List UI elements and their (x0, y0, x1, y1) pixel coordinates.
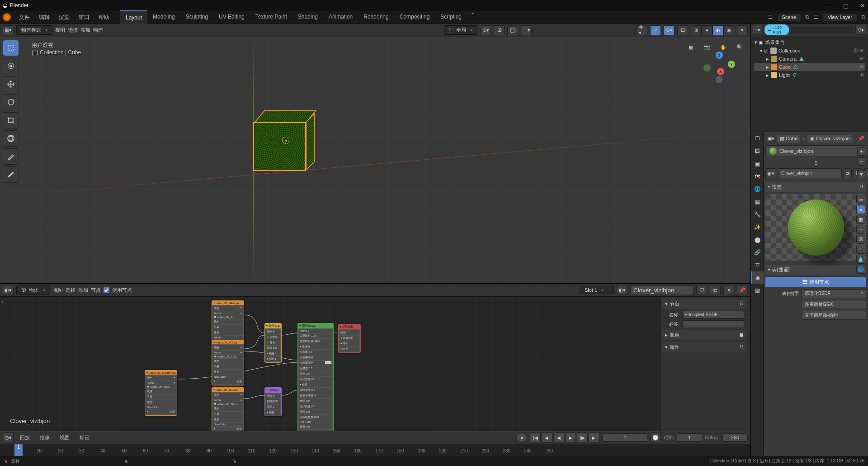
window-maximize[interactable]: ▢ (843, 2, 849, 9)
vis-light[interactable]: 👁 (859, 72, 864, 78)
keyframe-prev[interactable]: ◀| (542, 433, 552, 442)
node-label-field[interactable] (682, 320, 744, 328)
vis-cube[interactable]: 👁 (859, 64, 864, 70)
tl-keying[interactable]: 抠像 (36, 434, 53, 441)
use-nodes-button[interactable]: ☰ 使用节点 (765, 277, 866, 287)
ptab-world[interactable]: 🌐 (751, 183, 764, 195)
surface-value[interactable]: 原理化BSDF ○ (802, 289, 866, 298)
node-menu-node[interactable]: 节点 (91, 287, 101, 294)
slot-dots[interactable]: ⠿ (765, 161, 866, 166)
pshape-sphere[interactable]: ● (856, 205, 865, 214)
timeline-track[interactable]: 1 11020304050607080901001101201301401501… (0, 444, 750, 456)
node-image-texture-1[interactable]: ▾ udljpn_2K_Albe.jpg 颜色●Alpha●⯆ udljpn_2… (212, 300, 244, 346)
nav-gizmo[interactable]: Z Y X (703, 52, 735, 83)
camera-row[interactable]: ▸Camera👁 (754, 55, 865, 63)
jump-start[interactable]: |◀ (530, 433, 541, 442)
window-close[interactable]: ✕ (860, 2, 865, 9)
shading-solid[interactable]: ● (702, 25, 712, 35)
node-menu-select[interactable]: 选择 (66, 287, 75, 294)
pshape-hair[interactable]: 〰 (856, 225, 865, 234)
ptab-particles[interactable]: ✨ (751, 221, 764, 233)
tl-marker[interactable]: 标记 (76, 434, 93, 441)
play-reverse[interactable]: ◀ (553, 433, 564, 442)
material-unlink[interactable]: ✕ (723, 285, 734, 295)
snap-button[interactable]: ⊞ (494, 25, 505, 35)
cube-object[interactable] (253, 113, 314, 172)
tab-modeling[interactable]: Modeling (147, 10, 180, 24)
pshape-world[interactable]: 🌐 (856, 265, 865, 274)
tab-texturepaint[interactable]: Texture Paint (250, 10, 292, 24)
pshape-flat[interactable]: ▭ (856, 195, 865, 204)
preview-header[interactable]: 预览⠿ (765, 182, 866, 192)
current-frame-field[interactable]: 1 (602, 433, 647, 442)
node-shader-type[interactable]: ⦿物体 (16, 285, 50, 295)
play[interactable]: ▶ (565, 433, 576, 442)
tab-rendering[interactable]: Rendering (358, 10, 394, 24)
material-name-field[interactable] (630, 285, 693, 295)
tool-transform[interactable] (3, 130, 19, 147)
light-row[interactable]: ▸Light👁 (754, 71, 865, 79)
pshape-fluid[interactable]: 💧 (856, 255, 865, 264)
mat-copy[interactable]: ⧉ (844, 168, 852, 178)
node-editor-type[interactable]: ◐▾ (3, 285, 14, 295)
material-slot[interactable]: Clover_vlzlbjon (765, 145, 866, 157)
material-new-copy[interactable]: ⧉ (710, 285, 721, 295)
distribution-value[interactable]: 多重散射GGX (802, 300, 866, 309)
vis-cam[interactable]: 👁 (859, 56, 864, 62)
node-side-props[interactable]: ▾ 属性⠿ (662, 342, 746, 352)
menu-render[interactable]: 渲染 (54, 11, 74, 24)
use-nodes-checkbox[interactable] (104, 287, 109, 293)
tab-animation[interactable]: Animation (323, 10, 358, 24)
tool-cursor[interactable] (3, 58, 19, 74)
copy-layer-icon[interactable]: ⧉ (862, 14, 865, 20)
mat-add-slot[interactable]: + (857, 147, 865, 156)
camera-view-button[interactable]: ▦ (684, 41, 697, 53)
proportional-button[interactable]: ◯ (507, 25, 518, 35)
mat-name-input[interactable] (778, 168, 842, 178)
cube-row[interactable]: ▸Cube👁 (754, 63, 865, 71)
node-image-texture-2[interactable]: ▾ udljpn_2K_AO.jpg 颜色●Alpha●⯆ udljpn_2K_… (212, 340, 244, 385)
node-mix-rgb[interactable]: ▾ 混合RGB 颜色 ●正片叠底☐ 钳制系数 1.0● 颜色1● 颜色2 (264, 323, 282, 363)
crumb-material[interactable]: ◉ Clover_vlzlbjon (807, 135, 853, 143)
material-slot-selector[interactable]: Slot 1 (580, 286, 614, 294)
node-menu-view[interactable]: 视图 (53, 287, 63, 294)
shading-wireframe[interactable]: ⊞ (691, 25, 702, 35)
tool-annotate[interactable] (3, 148, 19, 165)
tool-rotate[interactable] (3, 94, 19, 110)
menu-file[interactable]: 文件 (14, 11, 34, 24)
pshape-cloth[interactable]: ≈ (856, 245, 865, 254)
subsurface-method[interactable]: 克里斯坦森-伯利 (802, 311, 866, 320)
visibility-toggle[interactable]: 👁▾ (637, 25, 647, 35)
ptab-texture[interactable]: ▨ (751, 284, 764, 297)
vis-coll[interactable]: ⦿ 👁 (853, 48, 864, 53)
pshape-cube[interactable]: ▦ (856, 215, 865, 224)
menu-help[interactable]: 帮助 (94, 11, 114, 24)
node-image-texture-normal[interactable]: ▾ udljpn_2K_Nor.jpg 颜色●Alpha●⯆ udljpn_2K… (212, 387, 244, 431)
ptab-physics[interactable]: ⬤ (751, 233, 764, 246)
outliner-filter[interactable]: ▽▾ (855, 25, 866, 35)
crumb-object[interactable]: ▦ Cube (777, 135, 800, 143)
zoom-button[interactable]: 🔍 (733, 41, 746, 53)
keyframe-next[interactable]: |▶ (577, 433, 588, 442)
vp-menu-view[interactable]: 视图 (55, 27, 65, 33)
viewport-3d[interactable]: 用户透视 (1) Collection | Cube ▦ 📷 ✋ 🔍 Z Y X (0, 37, 750, 283)
xray-toggle[interactable]: ⊡ (677, 25, 688, 35)
shading-lookdev[interactable]: ◐ (712, 25, 723, 35)
add-workspace-button[interactable]: + (467, 10, 479, 24)
ptab-object[interactable]: ▦ (751, 195, 764, 208)
tab-shading[interactable]: Shading (292, 10, 323, 24)
gizmo-z[interactable]: Z (716, 52, 723, 59)
shading-options[interactable]: ▾ (737, 25, 748, 35)
collection-row[interactable]: ▾ ☑Collection⦿ 👁 (754, 47, 865, 55)
proportional-falloff[interactable]: ⌒▾ (521, 25, 532, 35)
mat-specials-menu[interactable]: ▾ (857, 170, 865, 178)
timeline-editor-type[interactable]: ◷▾ (3, 433, 14, 442)
tool-measure[interactable] (3, 166, 19, 183)
tab-layout[interactable]: Layout (120, 10, 147, 24)
pivot-button[interactable]: ⊙▾ (480, 25, 491, 35)
gizmo-toggle[interactable]: ↗ (650, 25, 661, 35)
surface-header[interactable]: 表(曲)面⠿ (765, 265, 866, 275)
jump-end[interactable]: ▶| (589, 433, 599, 442)
outliner-type[interactable]: ≡▾ (753, 25, 763, 35)
node-side-color[interactable]: ▸ 颜色≣ (662, 330, 746, 340)
